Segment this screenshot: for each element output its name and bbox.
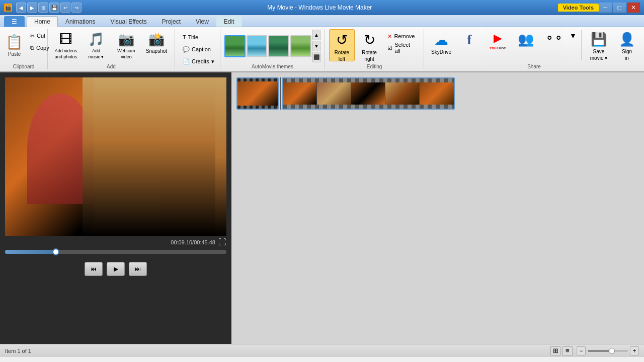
film-strip-main[interactable]: [282, 77, 455, 110]
zoom-slider[interactable]: [588, 350, 628, 352]
preview-panel: 00:09.10/00:45.48 ⛶ ⏮ ▶ ⏭: [0, 72, 231, 344]
rotate-right-icon: ↻: [364, 32, 375, 48]
clipboard-content: 📋 Paste ✂ Cut ⧉ Copy: [4, 29, 43, 63]
editing-group-label: Editing: [329, 64, 420, 69]
credits-button[interactable]: 📄 Credits ▾: [179, 56, 216, 67]
film-segment: [283, 78, 454, 109]
save-movie-icon: 💾: [591, 32, 607, 47]
remove-button[interactable]: ✕ Remove: [384, 31, 420, 41]
editing-row-1: ↺ Rotateleft ↻ Rotateright ✕ Remove ☑ Se…: [329, 29, 420, 61]
clip-thumbnail-1[interactable]: [236, 77, 279, 110]
windows-live-button[interactable]: 👥: [513, 29, 539, 61]
storyboard: [231, 72, 644, 344]
theme-1[interactable]: [224, 35, 246, 57]
close-button[interactable]: ✕: [627, 3, 640, 13]
play-button[interactable]: ▶: [107, 262, 125, 276]
tab-view[interactable]: View: [188, 16, 216, 27]
video-tools-tab: Video Tools: [558, 4, 599, 12]
flickr-button[interactable]: ⚬⚬: [541, 29, 567, 61]
zoom-control: − +: [577, 346, 639, 355]
status-item-count: Item 1 of 1: [5, 348, 31, 354]
quick-access-button[interactable]: ⊞: [38, 3, 48, 13]
app-icon: 🎬: [4, 4, 12, 12]
theme-4[interactable]: [290, 35, 311, 57]
snapshot-button[interactable]: 📸 Snapshot: [142, 29, 171, 61]
tab-animations[interactable]: Animations: [58, 16, 103, 27]
add-group: 🎞 Add videosand photos 🎵 Addmusic ▾ 📷 We…: [48, 29, 175, 69]
add-videos-button[interactable]: 🎞 Add videosand photos: [52, 29, 80, 61]
cut-icon: ✂: [30, 33, 35, 39]
tab-visual-effects[interactable]: Visual Effects: [103, 16, 154, 27]
credits-label: Credits: [192, 58, 209, 64]
title-button[interactable]: T Title: [179, 32, 216, 43]
more-share-icon: ▼: [570, 32, 577, 40]
seek-bar[interactable]: [5, 250, 226, 254]
seek-bar-thumb[interactable]: [52, 248, 59, 255]
preview-time: 00:09.10/00:45.48 ⛶: [5, 238, 226, 247]
skydrive-label: SkyDrive: [431, 49, 451, 55]
webcam-button[interactable]: 📷 Webcamvideo: [112, 29, 140, 61]
tab-project[interactable]: Project: [154, 16, 188, 27]
fast-forward-button[interactable]: ⏭: [129, 262, 147, 276]
theme-2[interactable]: [247, 35, 268, 57]
redo-button[interactable]: ↪: [71, 3, 82, 13]
cut-label: Cut: [37, 33, 45, 39]
title-label: Title: [188, 34, 198, 40]
timeline-view-button[interactable]: ≡: [562, 346, 573, 355]
title-bar: 🎬 ◀ ▶ ⊞ 💾 ↩ ↪ My Movie - Windows Live Mo…: [0, 0, 644, 15]
rewind-button[interactable]: ⏮: [85, 262, 103, 276]
add-music-button[interactable]: 🎵 Addmusic ▾: [82, 29, 110, 61]
facebook-icon: f: [467, 32, 471, 48]
webcam-icon: 📷: [118, 32, 134, 47]
title-bar-nav: ◀ ▶ ⊞ 💾 ↩ ↪: [16, 3, 82, 13]
select-all-button[interactable]: ☑ Select all: [384, 43, 420, 53]
copy-label: Copy: [36, 45, 49, 51]
text-group: T Title 💬 Caption 📄 Credits ▾: [175, 29, 220, 69]
tab-edit[interactable]: Edit: [216, 16, 242, 27]
save-button[interactable]: 💾: [49, 3, 59, 13]
title-icon: T: [183, 34, 186, 40]
window-controls: ─ □ ✕: [599, 3, 640, 13]
undo-button[interactable]: ↩: [60, 3, 70, 13]
facebook-button[interactable]: f: [456, 29, 482, 61]
zoom-slider-thumb[interactable]: [609, 348, 615, 354]
sign-in-icon: 👤: [619, 32, 635, 47]
zoom-out-button[interactable]: −: [577, 346, 586, 355]
minimize-button[interactable]: ─: [599, 3, 612, 13]
remove-icon: ✕: [387, 33, 392, 40]
forward-button[interactable]: ▶: [27, 3, 37, 13]
add-music-icon: 🎵: [88, 32, 104, 47]
ribbon: 📋 Paste ✂ Cut ⧉ Copy Clipboard 🎞 Add vid…: [0, 27, 644, 72]
sign-in-label: Signin: [622, 48, 632, 61]
paste-button[interactable]: 📋 Paste: [4, 29, 25, 61]
more-share-button[interactable]: ▼: [569, 29, 577, 61]
snapshot-label: Snapshot: [146, 48, 167, 54]
zoom-in-button[interactable]: +: [630, 346, 639, 355]
file-menu-button[interactable]: ☰: [4, 16, 25, 27]
add-group-label: Add: [52, 64, 171, 69]
view-mode-buttons: ⊞ ≡: [550, 346, 573, 355]
back-button[interactable]: ◀: [16, 3, 26, 13]
theme-scroll-expand[interactable]: ⬛: [312, 52, 320, 62]
tab-home[interactable]: Home: [27, 16, 58, 27]
maximize-button[interactable]: □: [613, 3, 626, 13]
status-bar: Item 1 of 1 ⊞ ≡ − +: [0, 344, 644, 357]
theme-scroll-down[interactable]: ▼: [312, 41, 320, 51]
theme-scroll-up[interactable]: ▲: [312, 30, 320, 40]
rotate-left-button[interactable]: ↺ Rotateleft: [329, 29, 355, 61]
storyboard-view-button[interactable]: ⊞: [550, 346, 560, 355]
expand-button[interactable]: ⛶: [218, 238, 226, 247]
credits-dropdown-icon: ▾: [211, 58, 214, 65]
caption-button[interactable]: 💬 Caption: [179, 44, 216, 55]
sign-in-button[interactable]: 👤 Signin: [614, 29, 640, 61]
youtube-label-text: YouTube: [489, 46, 506, 50]
rotate-left-label: Rotateleft: [335, 49, 349, 62]
theme-3[interactable]: [268, 35, 289, 57]
save-movie-button[interactable]: 💾 Savemovie ▾: [586, 29, 612, 61]
share-content: ☁ SkyDrive f ▶ YouTube 👥 ⚬⚬ ▼ 💾 Sav: [428, 29, 640, 63]
text-group-content: T Title 💬 Caption 📄 Credits ▾: [179, 29, 216, 69]
windows-live-icon: 👥: [518, 32, 534, 47]
youtube-button[interactable]: ▶ YouTube: [485, 29, 511, 61]
skydrive-button[interactable]: ☁ SkyDrive: [428, 29, 454, 61]
rotate-right-button[interactable]: ↻ Rotateright: [357, 29, 382, 61]
